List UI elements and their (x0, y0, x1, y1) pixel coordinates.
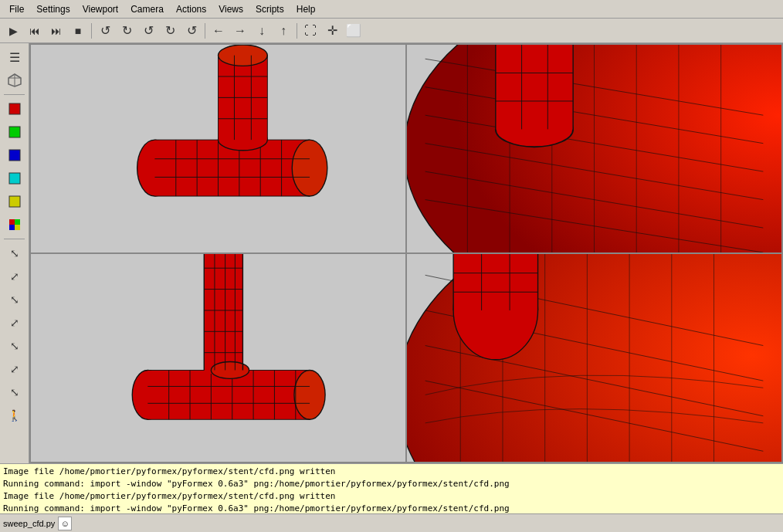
toolbar-separator-1 (91, 23, 92, 39)
rotate-right-button[interactable]: ↻ (117, 21, 137, 41)
svg-rect-52 (496, 45, 573, 129)
viewport-bottom-left[interactable] (31, 254, 405, 462)
menu-scripts[interactable]: Scripts (249, 2, 290, 16)
color-red-button[interactable] (4, 98, 25, 120)
transform-1-button[interactable]: ⤡ (4, 242, 25, 264)
play-button[interactable]: ▶ (3, 21, 23, 41)
svg-rect-8 (9, 219, 15, 225)
svg-rect-9 (15, 219, 20, 225)
svg-rect-11 (15, 225, 20, 230)
color-multi-button[interactable] (4, 214, 25, 236)
transform-2-button[interactable]: ⤢ (4, 266, 25, 287)
svg-rect-4 (9, 127, 20, 137)
viewport-bottom-right[interactable] (407, 254, 781, 462)
perspective-cube-icon (7, 73, 22, 88)
svg-point-76 (211, 362, 249, 379)
viewport-area (29, 43, 783, 463)
color-red-icon (8, 102, 22, 116)
menu-camera[interactable]: Camera (124, 2, 170, 16)
svg-rect-7 (9, 196, 20, 207)
svg-rect-74 (204, 254, 242, 374)
transform-5-button[interactable]: ⤡ (4, 335, 25, 357)
left-sidebar: ☰ (0, 43, 29, 463)
menu-settings[interactable]: Settings (30, 2, 76, 16)
arrow-left-button[interactable]: ← (208, 21, 229, 41)
viewport-top-left[interactable] (31, 45, 405, 252)
color-green-icon (8, 125, 22, 139)
toolbar-separator-2 (205, 23, 205, 39)
rotate-x-button[interactable]: ↺ (181, 21, 202, 41)
step-forward-button[interactable]: ⏭ (46, 21, 66, 41)
svg-point-15 (292, 140, 327, 196)
fullscreen-button[interactable]: ⬜ (344, 21, 364, 41)
transform-6-button[interactable]: ⤢ (4, 358, 25, 380)
rotate-cw-button[interactable]: ↺ (138, 21, 158, 41)
color-cyan-icon (8, 171, 22, 185)
svg-rect-102 (453, 254, 537, 310)
sidebar-separator-1 (4, 94, 24, 95)
arrow-right-button[interactable]: → (230, 21, 250, 41)
menu-bar: File Settings Viewport Camera Actions Vi… (0, 0, 783, 19)
transform-4-button[interactable]: ⤢ (4, 312, 25, 334)
color-yellow-icon (8, 195, 22, 208)
viewport-tr-render (407, 45, 781, 252)
viewport-br-render (407, 254, 781, 462)
sidebar-separator-2 (4, 239, 24, 239)
menu-viewport[interactable]: Viewport (76, 2, 124, 16)
svg-rect-5 (9, 150, 20, 161)
transform-7-button[interactable]: ⤡ (4, 381, 25, 403)
console-line-4: Running command: import -window "pyForme… (3, 503, 780, 513)
stop-button[interactable]: ■ (68, 21, 88, 41)
toolbar: ▶ ⏮ ⏭ ■ ↺ ↻ ↺ ↻ ↺ ← → ↓ ↑ ⛶ ✛ ⬜ (0, 19, 783, 43)
console-line-1: Image file /home/pmortier/pyformex/pyfor… (3, 466, 780, 478)
menu-views[interactable]: Views (212, 2, 249, 16)
color-blue-button[interactable] (4, 144, 25, 166)
menu-actions[interactable]: Actions (170, 2, 212, 16)
fit-selection-button[interactable]: ✛ (322, 21, 342, 41)
svg-rect-10 (9, 225, 15, 230)
viewport-tl-render (31, 45, 405, 252)
color-cyan-button[interactable] (4, 168, 25, 189)
svg-rect-3 (9, 103, 20, 114)
menu-help[interactable]: Help (290, 2, 322, 16)
color-blue-icon (8, 148, 22, 162)
person-button[interactable]: 🚶 (4, 405, 25, 426)
color-multi-icon (8, 218, 22, 232)
viewport-bl-render (31, 254, 405, 462)
color-yellow-button[interactable] (4, 191, 25, 212)
console-area[interactable]: Image file /home/pmortier/pyformex/pyfor… (0, 463, 783, 513)
color-green-button[interactable] (4, 121, 25, 143)
arrow-down-button[interactable]: ↓ (252, 21, 272, 41)
step-start-button[interactable]: ⏮ (25, 21, 45, 41)
console-line-3: Image file /home/pmortier/pyformex/pyfor… (3, 490, 780, 503)
svg-point-28 (219, 45, 268, 66)
rotate-ccw-button[interactable]: ↻ (160, 21, 180, 41)
toolbar-separator-3 (297, 23, 297, 39)
transform-3-button[interactable]: ⤡ (4, 289, 25, 310)
fit-all-button[interactable]: ⛶ (300, 21, 320, 41)
status-smiley-icon[interactable]: ☺ (58, 517, 72, 530)
console-line-2: Running command: import -window "pyForme… (3, 478, 780, 490)
svg-point-62 (294, 370, 325, 419)
svg-rect-6 (9, 173, 20, 184)
status-filename: sweep_cfd.py (3, 519, 55, 528)
perspective-cube-button[interactable] (4, 69, 25, 91)
status-bar: sweep_cfd.py ☺ (0, 513, 783, 532)
viewport-top-right[interactable] (407, 45, 781, 252)
rotate-left-button[interactable]: ↺ (95, 21, 115, 41)
arrow-up-button[interactable]: ↑ (273, 21, 293, 41)
menu-icon-button[interactable]: ☰ (4, 46, 25, 68)
menu-file[interactable]: File (3, 2, 30, 16)
main-layout: ☰ (0, 43, 783, 463)
